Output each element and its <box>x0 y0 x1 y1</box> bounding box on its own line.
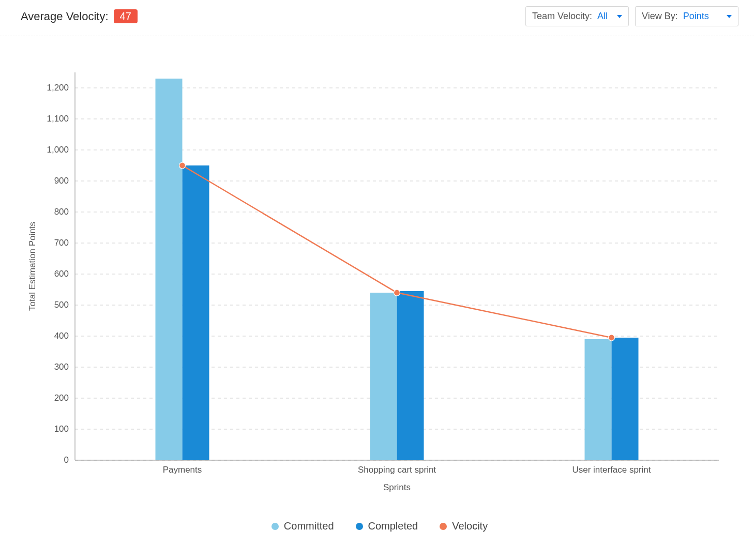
y-tick-label: 700 <box>54 238 69 248</box>
y-tick-label: 1,200 <box>47 83 69 93</box>
y-tick-label: 0 <box>64 455 69 465</box>
y-tick-label: 1,000 <box>47 145 69 155</box>
legend-label-completed: Completed <box>368 520 418 532</box>
legend-item-committed: Committed <box>272 520 334 532</box>
x-tick-label: Shopping cart sprint <box>358 465 436 475</box>
legend-label-velocity: Velocity <box>452 520 488 532</box>
legend-item-completed: Completed <box>356 520 418 532</box>
view-by-dd-value: Points <box>683 11 709 22</box>
chevron-down-icon <box>727 15 732 18</box>
bar-completed[interactable] <box>397 291 424 460</box>
y-tick-label: 500 <box>54 300 69 310</box>
velocity-point[interactable] <box>179 162 186 169</box>
team-velocity-dropdown[interactable]: Team Velocity: All <box>525 6 629 26</box>
velocity-chart-wrap: 01002003004005006007008009001,0001,1001,… <box>0 36 754 543</box>
velocity-chart: 01002003004005006007008009001,0001,1001,… <box>21 57 734 507</box>
chart-legend: Committed Completed Velocity <box>21 507 738 543</box>
x-axis-title: Sprints <box>383 482 411 492</box>
legend-swatch-velocity <box>440 523 447 530</box>
chart-header: Average Velocity: 47 Team Velocity: All … <box>0 0 754 36</box>
y-tick-label: 900 <box>54 176 69 186</box>
y-tick-label: 400 <box>54 331 69 341</box>
chevron-down-icon <box>617 15 622 18</box>
average-velocity-badge: 47 <box>114 9 138 23</box>
legend-item-velocity: Velocity <box>440 520 488 532</box>
velocity-point[interactable] <box>394 290 400 296</box>
velocity-point[interactable] <box>609 335 615 341</box>
average-velocity: Average Velocity: 47 <box>21 9 138 23</box>
y-tick-label: 800 <box>54 207 69 217</box>
team-velocity-dd-label: Team Velocity: <box>532 11 592 22</box>
bar-committed[interactable] <box>370 293 397 460</box>
view-by-dropdown[interactable]: View By: Points <box>635 6 738 26</box>
view-by-dd-label: View By: <box>642 11 678 22</box>
team-velocity-dd-value: All <box>597 11 608 22</box>
chart-controls: Team Velocity: All View By: Points <box>525 6 738 26</box>
y-tick-label: 600 <box>54 269 69 279</box>
y-tick-label: 100 <box>54 424 69 434</box>
x-tick-label: Payments <box>163 465 202 475</box>
bar-committed[interactable] <box>585 339 612 460</box>
legend-swatch-completed <box>356 523 363 530</box>
bar-completed[interactable] <box>183 165 209 460</box>
y-tick-label: 300 <box>54 362 69 372</box>
y-tick-label: 200 <box>54 393 69 403</box>
x-tick-label: User interface sprint <box>572 465 651 475</box>
average-velocity-label: Average Velocity: <box>21 10 109 23</box>
y-tick-label: 1,100 <box>47 114 69 124</box>
bar-committed[interactable] <box>156 79 183 460</box>
legend-swatch-committed <box>272 523 279 530</box>
bar-completed[interactable] <box>612 338 639 460</box>
legend-label-committed: Committed <box>284 520 334 532</box>
y-axis-title: Total Estimation Points <box>27 222 37 311</box>
